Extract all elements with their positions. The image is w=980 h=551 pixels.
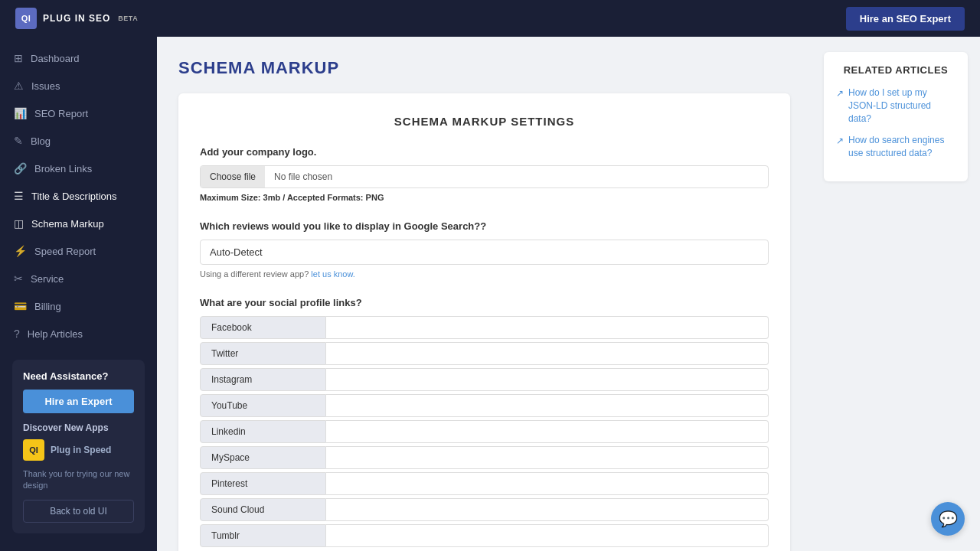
social-row-twitter: Twitter — [200, 342, 769, 365]
logo-text: PLUG IN SEO — [43, 13, 110, 24]
issues-icon: ⚠ — [14, 80, 24, 92]
review-hint-link[interactable]: let us know. — [311, 269, 354, 279]
social-input-youtube[interactable] — [326, 394, 769, 417]
social-row-linkedin: Linkedin — [200, 420, 769, 443]
assistance-card: Need Assistance? Hire an Expert Discover… — [12, 360, 145, 533]
social-label-instagram: Instagram — [200, 368, 326, 391]
social-row-tumblr: Tumblr — [200, 524, 769, 547]
logo-icon: QI — [15, 8, 37, 29]
assistance-title: Need Assistance? — [23, 370, 134, 382]
social-input-linkedin[interactable] — [326, 420, 769, 443]
social-row-myspace: MySpace — [200, 446, 769, 469]
related-link-json-ld[interactable]: ↗ How do I set up my JSON-LD structured … — [836, 86, 956, 125]
social-section: What are your social profile links? Face… — [200, 297, 769, 547]
card-title: SCHEMA MARKUP SETTINGS — [200, 115, 769, 128]
schema-markup-icon: ◫ — [14, 217, 24, 230]
social-row-pinterest: Pinterest — [200, 472, 769, 495]
social-label-twitter: Twitter — [200, 342, 326, 365]
social-input-pinterest[interactable] — [326, 472, 769, 495]
social-label-tumblr: Tumblr — [200, 524, 326, 547]
review-select[interactable]: Auto-Detect — [200, 240, 769, 265]
review-section: Which reviews would you like to display … — [200, 220, 769, 279]
sidebar: ⊞ Dashboard ⚠ Issues 📊 SEO Report ✎ Blog… — [0, 37, 157, 551]
hire-expert-top-button[interactable]: Hire an SEO Expert — [846, 7, 965, 31]
sidebar-item-service[interactable]: ✂ Service — [0, 265, 157, 292]
file-hint: Maximum Size: 3mb / Accepted Formats: PN… — [200, 193, 769, 202]
plugin-icon: QI — [23, 439, 44, 461]
social-row-soundcloud: Sound Cloud — [200, 498, 769, 521]
social-input-soundcloud[interactable] — [326, 498, 769, 521]
sidebar-item-broken-links[interactable]: 🔗 Broken Links — [0, 155, 157, 182]
sidebar-item-seo-report[interactable]: 📊 SEO Report — [0, 99, 157, 127]
billing-icon: 💳 — [14, 300, 27, 312]
plugin-card: QI Plug in Speed — [23, 439, 134, 461]
related-link-search-engines[interactable]: ↗ How do search engines use structured d… — [836, 134, 956, 160]
logo: QI PLUG IN SEO BETA — [15, 8, 138, 29]
review-label: Which reviews would you like to display … — [200, 220, 769, 232]
social-row-instagram: Instagram — [200, 368, 769, 391]
social-input-myspace[interactable] — [326, 446, 769, 469]
sidebar-item-billing[interactable]: 💳 Billing — [0, 292, 157, 320]
social-input-instagram[interactable] — [326, 368, 769, 391]
social-label-youtube: YouTube — [200, 394, 326, 417]
thank-you-text: Thank you for trying our new design — [23, 468, 134, 492]
sidebar-item-blog[interactable]: ✎ Blog — [0, 127, 157, 155]
social-input-tumblr[interactable] — [326, 524, 769, 547]
top-nav: QI PLUG IN SEO BETA Hire an SEO Expert — [0, 0, 980, 37]
external-link-icon: ↗ — [836, 87, 844, 100]
dashboard-icon: ⊞ — [14, 52, 23, 64]
page-title: SCHEMA MARKUP — [178, 58, 790, 78]
sidebar-item-issues[interactable]: ⚠ Issues — [0, 72, 157, 99]
blog-icon: ✎ — [14, 135, 23, 147]
help-icon: ? — [14, 328, 20, 340]
sidebar-item-title-descriptions[interactable]: ☰ Title & Descriptions — [0, 182, 157, 210]
seo-report-icon: 📊 — [14, 107, 27, 119]
hire-expert-sidebar-button[interactable]: Hire an Expert — [23, 390, 134, 413]
social-input-facebook[interactable] — [326, 316, 769, 339]
sidebar-item-help-articles[interactable]: ? Help Articles — [0, 320, 157, 347]
sidebar-item-speed-report[interactable]: ⚡ Speed Report — [0, 237, 157, 265]
schema-markup-card: SCHEMA MARKUP SETTINGS Add your company … — [178, 93, 790, 551]
logo-beta: BETA — [118, 15, 138, 22]
review-hint: Using a different review app? let us kno… — [200, 269, 769, 279]
social-label: What are your social profile links? — [200, 297, 769, 308]
social-label-myspace: MySpace — [200, 446, 326, 469]
sidebar-item-schema-markup[interactable]: ◫ Schema Markup — [0, 210, 157, 237]
related-articles-card: RELATED ARTICLES ↗ How do I set up my JS… — [824, 52, 968, 181]
file-name-display: No file chosen — [265, 166, 341, 187]
right-panel: RELATED ARTICLES ↗ How do I set up my JS… — [812, 37, 980, 551]
social-label-linkedin: Linkedin — [200, 420, 326, 443]
title-descriptions-icon: ☰ — [14, 190, 24, 202]
chat-button[interactable]: 💬 — [931, 502, 965, 536]
social-label-soundcloud: Sound Cloud — [200, 498, 326, 521]
social-row-youtube: YouTube — [200, 394, 769, 417]
main-content: SCHEMA MARKUP SCHEMA MARKUP SETTINGS Add… — [157, 37, 812, 551]
social-label-facebook: Facebook — [200, 316, 326, 339]
plugin-name: Plug in Speed — [51, 445, 111, 455]
related-articles-title: RELATED ARTICLES — [836, 64, 956, 76]
sidebar-item-dashboard[interactable]: ⊞ Dashboard — [0, 44, 157, 72]
choose-file-button[interactable]: Choose file — [201, 166, 265, 187]
file-input-row: Choose file No file chosen — [200, 165, 769, 188]
logo-section: Add your company logo. Choose file No fi… — [200, 146, 769, 202]
speed-report-icon: ⚡ — [14, 245, 27, 257]
external-link-icon-2: ↗ — [836, 135, 844, 148]
broken-links-icon: 🔗 — [14, 162, 27, 174]
social-row-facebook: Facebook — [200, 316, 769, 339]
back-old-button[interactable]: Back to old UI — [23, 500, 134, 523]
social-label-pinterest: Pinterest — [200, 472, 326, 495]
logo-label: Add your company logo. — [200, 146, 769, 158]
social-input-twitter[interactable] — [326, 342, 769, 365]
discover-title: Discover New Apps — [23, 422, 134, 433]
service-icon: ✂ — [14, 272, 23, 285]
